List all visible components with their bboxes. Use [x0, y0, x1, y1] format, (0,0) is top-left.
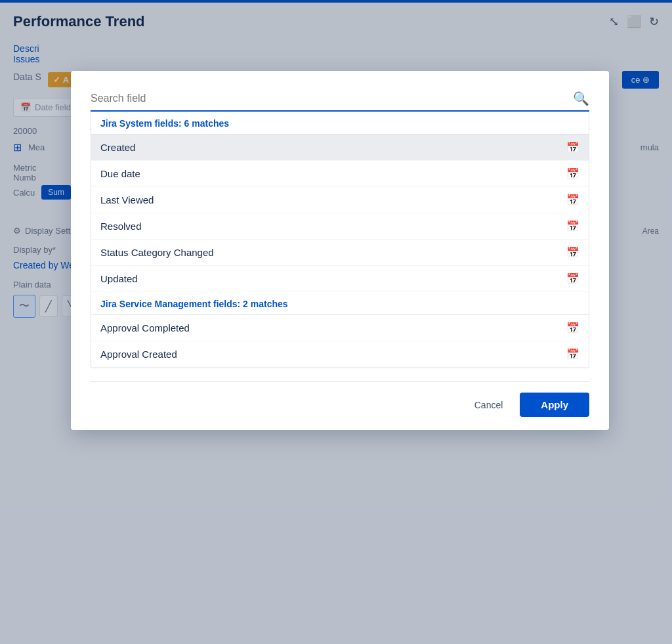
item-label: Approval Created [100, 349, 177, 360]
calendar-icon: 📅 [566, 167, 579, 180]
jira-system-section-header: Jira System fields: 6 matches [91, 112, 589, 135]
cancel-button[interactable]: Cancel [464, 395, 514, 416]
item-label: Approval Completed [100, 322, 190, 333]
calendar-icon: 📅 [566, 322, 579, 334]
list-item[interactable]: Due date 📅 [91, 161, 589, 187]
item-label: Due date [100, 168, 140, 179]
list-item[interactable]: Updated 📅 [91, 266, 589, 292]
list-item[interactable]: Approval Created 📅 [91, 341, 589, 368]
calendar-icon: 📅 [566, 348, 579, 360]
jira-service-section-header: Jira Service Management fields: 2 matche… [91, 292, 589, 315]
calendar-icon: 📅 [566, 220, 579, 232]
list-item[interactable]: Last Viewed 📅 [91, 187, 589, 213]
search-area: 🔍 [91, 91, 589, 112]
calendar-icon: 📅 [566, 272, 579, 285]
search-input[interactable] [91, 93, 573, 104]
item-label: Created [100, 142, 135, 153]
field-search-modal: 🔍 Jira System fields: 6 matches Created … [71, 71, 609, 430]
item-label: Resolved [100, 221, 142, 232]
field-dropdown-list: Jira System fields: 6 matches Created 📅 … [91, 112, 589, 368]
list-item[interactable]: Created 📅 [91, 135, 589, 161]
list-item[interactable]: Approval Completed 📅 [91, 315, 589, 341]
list-item[interactable]: Status Category Changed 📅 [91, 240, 589, 266]
item-label: Updated [100, 273, 138, 284]
apply-button[interactable]: Apply [520, 393, 589, 417]
item-label: Last Viewed [100, 194, 154, 205]
calendar-icon: 📅 [566, 194, 579, 206]
calendar-icon: 📅 [566, 141, 579, 154]
search-icon: 🔍 [573, 91, 589, 106]
calendar-icon: 📅 [566, 246, 579, 259]
item-label: Status Category Changed [100, 247, 214, 258]
list-item[interactable]: Resolved 📅 [91, 213, 589, 240]
modal-footer: Cancel Apply [91, 381, 589, 417]
